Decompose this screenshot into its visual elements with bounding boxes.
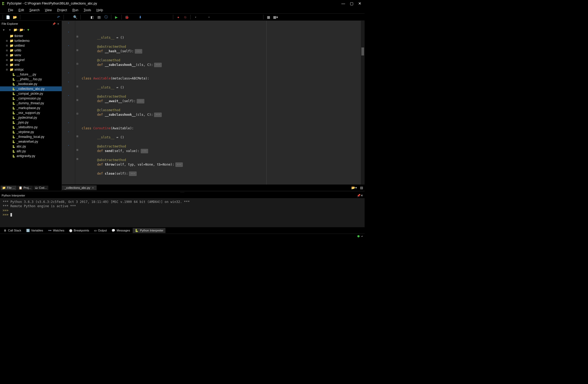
menu-help[interactable]: Help [94, 8, 106, 13]
tab-breakpoints[interactable]: ⬤ Breakpoints [67, 228, 91, 233]
tab-call-stack[interactable]: 🗎 Call Stack [2, 228, 23, 233]
tree-folder[interactable]: ⊞📁venv [0, 53, 62, 58]
close-button[interactable]: ✕ [358, 1, 361, 6]
code-line[interactable]: __slots__ = () [82, 35, 361, 40]
tree-file[interactable]: 🐍antigravity.py [0, 154, 62, 158]
tree-folder[interactable]: ⊞📁urllib [0, 48, 62, 53]
code-line[interactable]: class Awaitable(metaclass=ABCMeta): [82, 76, 361, 81]
tree-file[interactable]: 🐍_osx_support.py [0, 110, 62, 115]
debug-button[interactable]: 🐞 [124, 14, 130, 20]
editor-body[interactable]: ••••••••• ⊞⊞⊟⊞⊞⊟⊞⊞⊞ __slots__ = () @abst… [62, 21, 365, 185]
tree-file[interactable]: 🐍_collections_abc.py [0, 86, 62, 91]
nav-back-button[interactable]: ▾ [1, 27, 6, 33]
editor-tab-active[interactable]: _collections_abc.py ✕ [62, 185, 97, 190]
tab-output[interactable]: ▭ Output [92, 228, 109, 233]
code-line[interactable]: def __hash__(self):··· [82, 49, 361, 54]
step-button[interactable]: ⬇ [137, 14, 143, 20]
interpreter-close-icon[interactable]: ✕ [361, 194, 363, 197]
tab-project[interactable]: 📋 Proj... [17, 186, 33, 190]
tree-folder[interactable]: ⊞📁xmlrpc [0, 67, 62, 72]
code-line[interactable] [82, 40, 361, 45]
undo-button[interactable]: ↶ [56, 14, 61, 20]
tree-file[interactable]: 🐍_threading_local.py [0, 134, 62, 139]
new-file-button[interactable]: 📄 [5, 14, 11, 20]
code-line[interactable]: def send(self, value):··· [82, 149, 361, 153]
tool-button-2[interactable]: ▤ [96, 14, 102, 20]
run-button[interactable]: ▶ [113, 14, 119, 20]
code-line[interactable]: @abstractmethod [82, 94, 361, 99]
layout-button-2[interactable]: ▦▾ [273, 14, 278, 20]
maximize-button[interactable]: ▢ [350, 1, 353, 6]
tree-file[interactable]: 🐍_weakrefset.py [0, 139, 62, 144]
code-line[interactable] [82, 117, 361, 122]
fold-gutter[interactable]: ⊞⊞⊟⊞⊞⊟⊞⊞⊞ [75, 21, 80, 185]
tree-folder[interactable]: ⊞📁unittest [0, 43, 62, 48]
code-line[interactable]: __slots__ = () [82, 135, 361, 140]
tree-file[interactable]: 🐍abc.py [0, 144, 62, 149]
tree-folder[interactable]: 📁tkinter [0, 34, 62, 38]
tree-file[interactable]: 🐍_pydecimal.py [0, 115, 62, 120]
code-line[interactable]: def __subclasshook__(cls, C):··· [82, 113, 361, 117]
pin-icon[interactable]: 📌 [52, 22, 56, 25]
tool-button-1[interactable]: ◧ [89, 14, 95, 20]
tree-file[interactable]: 🐍_markupbase.py [0, 106, 62, 110]
tab-close-icon[interactable]: ✕ [92, 186, 94, 189]
folder-button[interactable]: 📁▾ [13, 27, 19, 33]
interpreter-pin-icon[interactable]: 📌 [357, 194, 361, 197]
tab-list-button[interactable]: ▤ [358, 186, 365, 190]
tree-file[interactable]: 🐍_dummy_thread.py [0, 101, 62, 106]
code-line[interactable]: def __subclasshook__(cls, C):··· [82, 63, 361, 67]
tab-file-explorer[interactable]: 📁 File ... [1, 186, 17, 190]
tree-file[interactable]: 🐍_pyio.py [0, 120, 62, 125]
tab-messages[interactable]: 💬 Messages [109, 228, 132, 233]
tree-file[interactable]: 🐍_bootlocale.py [0, 82, 62, 86]
menu-project[interactable]: Project [54, 8, 70, 13]
code-line[interactable]: @abstractmethod [82, 45, 361, 49]
editor-scrollbar[interactable] [361, 21, 365, 185]
menu-file[interactable]: File [5, 8, 16, 13]
code-line[interactable] [82, 54, 361, 58]
code-line[interactable]: @classmethod [82, 108, 361, 113]
resize-grip-icon[interactable] [361, 235, 362, 237]
search-button[interactable]: 🔍 [72, 14, 78, 20]
panel-close-icon[interactable]: ✕ [56, 22, 60, 25]
tree-file[interactable]: 🐍__phello__.foo.py [0, 77, 62, 82]
file-tree[interactable]: 📁tkinter⊞📁turtledemo⊞📁unittest⊞📁urllib⊞📁… [0, 33, 62, 185]
code-line[interactable]: def close(self):··· [82, 171, 361, 176]
nav-fwd-button[interactable]: ▾ [7, 27, 13, 33]
tree-file[interactable]: 🐍__future__.py [0, 72, 62, 77]
code-line[interactable]: __slots__ = () [82, 85, 361, 90]
favorites-button[interactable]: 📂▾ [19, 27, 25, 33]
menu-search[interactable]: Search [27, 8, 42, 13]
dropdown-1[interactable]: ▾ [193, 14, 199, 20]
tab-folder-button[interactable]: 📂▾ [350, 186, 358, 190]
open-file-button[interactable]: 📂 [12, 14, 18, 20]
tree-file[interactable]: 🐍_compat_pickle.py [0, 91, 62, 96]
code-line[interactable] [82, 72, 361, 76]
tree-file[interactable]: 🐍_sitebuiltins.py [0, 125, 62, 130]
tree-folder[interactable]: ⊞📁turtledemo [0, 38, 62, 43]
dropdown-2[interactable]: ▾ [206, 14, 212, 20]
minimize-button[interactable]: — [341, 1, 345, 6]
stop-button[interactable]: ● [175, 14, 181, 20]
code-line[interactable]: @classmethod [82, 58, 361, 63]
code-line[interactable] [82, 140, 361, 144]
code-line[interactable]: @abstractmethod [82, 158, 361, 162]
interpreter-body[interactable]: *** Python 3.6.3 (v3.6.3:2c5fed8, Oct 3 … [0, 198, 365, 227]
tab-variables[interactable]: 🔣 Variables [24, 228, 45, 233]
tree-file[interactable]: 🐍aifc.py [0, 149, 62, 154]
menu-run[interactable]: Run [70, 8, 81, 13]
filter-button[interactable]: ▼ [26, 27, 31, 33]
code-line[interactable] [82, 122, 361, 126]
code-line[interactable]: def __await__(self):··· [82, 99, 361, 103]
code-line[interactable]: def throw(self, typ, val=None, tb=None):… [82, 162, 361, 167]
code-line[interactable]: @abstractmethod [82, 144, 361, 149]
tree-file[interactable]: 🐍_compression.py [0, 96, 62, 101]
tool-button-3[interactable]: ⓘ [103, 14, 109, 20]
code-content[interactable]: __slots__ = () @abstractmethod def __has… [80, 21, 361, 185]
code-line[interactable]: class Coroutine(Awaitable): [82, 126, 361, 131]
layout-button-1[interactable]: ▦ [266, 14, 271, 20]
code-line[interactable] [82, 167, 361, 171]
tab-python-interpreter[interactable]: 🐍 Python Interpreter [133, 228, 165, 233]
code-line[interactable] [82, 67, 361, 72]
